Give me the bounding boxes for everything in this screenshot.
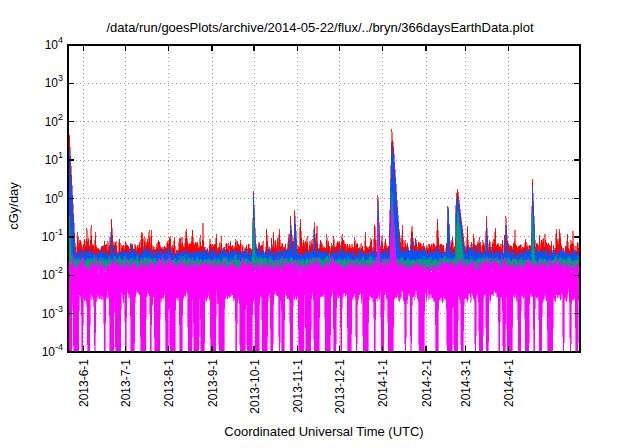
y-tick-label: 10-1	[42, 227, 63, 244]
x-tick-label: 2014-4-1	[502, 359, 516, 407]
chart: /data/run/goesPlots/archive/2014-05-22/f…	[0, 0, 640, 448]
series-magenta	[68, 202, 580, 352]
y-tick-label: 10-2	[42, 265, 63, 282]
x-tick-label: 2013-8-1	[162, 359, 176, 407]
y-tick-label: 102	[45, 112, 63, 129]
y-tick-label: 101	[45, 150, 63, 167]
y-tick-label: 10-4	[42, 342, 63, 359]
x-tick-label: 2013-9-1	[206, 359, 220, 407]
x-tick-label: 2013-6-1	[77, 359, 91, 407]
x-tick-label: 2014-3-1	[459, 359, 473, 407]
x-tick-label: 2014-2-1	[420, 359, 434, 407]
x-tick-label: 2013-12-1	[333, 359, 347, 414]
y-tick-label: 100	[45, 189, 63, 206]
x-tick-label: 2013-7-1	[119, 359, 133, 407]
series-red	[68, 129, 580, 264]
plot-svg: 2013-6-12013-7-12013-8-12013-9-12013-10-…	[0, 0, 640, 448]
x-tick-label: 2014-1-1	[376, 359, 390, 407]
x-tick-label: 2013-10-1	[248, 359, 262, 414]
y-tick-label: 10-3	[42, 304, 63, 321]
x-tick-label: 2013-11-1	[291, 359, 305, 413]
y-tick-label: 103	[45, 73, 63, 90]
y-tick-label: 104	[45, 35, 63, 52]
